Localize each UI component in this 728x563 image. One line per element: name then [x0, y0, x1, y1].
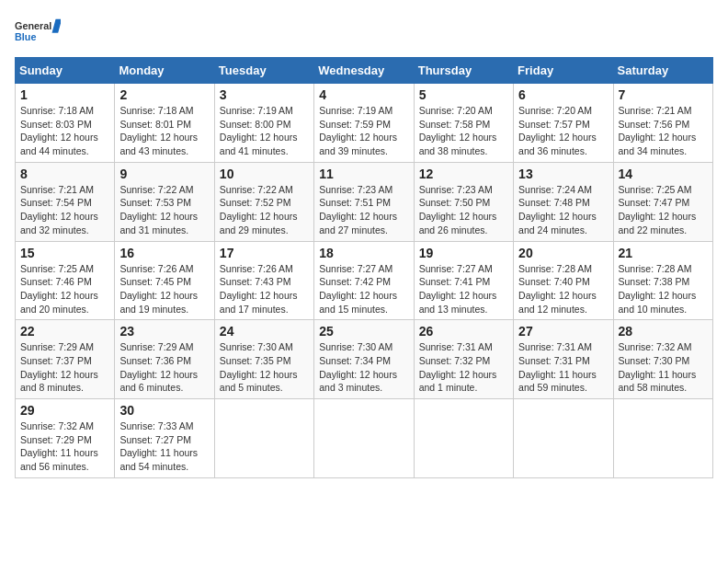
calendar-cell: 10 Sunrise: 7:22 AM Sunset: 7:52 PM Dayl… [214, 162, 313, 241]
day-number: 20 [518, 246, 608, 260]
weekday-header-row: SundayMondayTuesdayWednesdayThursdayFrid… [16, 58, 713, 84]
day-info: Sunrise: 7:26 AM Sunset: 7:45 PM Dayligh… [119, 262, 209, 316]
week-row-4: 22 Sunrise: 7:29 AM Sunset: 7:37 PM Dayl… [16, 320, 713, 399]
day-info: Sunrise: 7:27 AM Sunset: 7:42 PM Dayligh… [319, 262, 408, 316]
calendar-cell: 6 Sunrise: 7:20 AM Sunset: 7:57 PM Dayli… [514, 84, 613, 163]
weekday-header-saturday: Saturday [613, 58, 712, 84]
week-row-5: 29 Sunrise: 7:32 AM Sunset: 7:29 PM Dayl… [16, 399, 713, 478]
calendar-cell: 14 Sunrise: 7:25 AM Sunset: 7:47 PM Dayl… [613, 162, 712, 241]
logo-svg: General Blue [15, 15, 61, 48]
weekday-header-wednesday: Wednesday [314, 58, 414, 84]
day-info: Sunrise: 7:30 AM Sunset: 7:34 PM Dayligh… [319, 340, 408, 395]
day-info: Sunrise: 7:29 AM Sunset: 7:36 PM Dayligh… [119, 340, 209, 395]
day-info: Sunrise: 7:24 AM Sunset: 7:48 PM Dayligh… [518, 183, 608, 237]
day-info: Sunrise: 7:32 AM Sunset: 7:29 PM Dayligh… [20, 419, 109, 474]
calendar-cell: 3 Sunrise: 7:19 AM Sunset: 8:00 PM Dayli… [214, 84, 313, 163]
calendar-cell [314, 399, 414, 478]
day-info: Sunrise: 7:31 AM Sunset: 7:32 PM Dayligh… [419, 340, 508, 395]
day-number: 18 [319, 246, 408, 260]
day-number: 22 [20, 324, 109, 339]
day-number: 3 [220, 87, 309, 102]
day-number: 13 [518, 167, 608, 181]
calendar-cell: 9 Sunrise: 7:22 AM Sunset: 7:53 PM Dayli… [115, 162, 214, 241]
calendar-cell: 22 Sunrise: 7:29 AM Sunset: 7:37 PM Dayl… [16, 320, 115, 399]
calendar-cell [414, 399, 513, 478]
day-info: Sunrise: 7:25 AM Sunset: 7:47 PM Dayligh… [619, 183, 708, 237]
day-number: 23 [119, 324, 209, 339]
day-number: 11 [319, 167, 408, 181]
day-number: 19 [419, 246, 508, 260]
calendar-cell: 23 Sunrise: 7:29 AM Sunset: 7:36 PM Dayl… [115, 320, 214, 399]
day-info: Sunrise: 7:32 AM Sunset: 7:30 PM Dayligh… [619, 340, 708, 395]
svg-text:Blue: Blue [15, 31, 36, 42]
day-number: 15 [20, 246, 109, 260]
calendar-cell: 18 Sunrise: 7:27 AM Sunset: 7:42 PM Dayl… [314, 241, 414, 320]
calendar-cell: 15 Sunrise: 7:25 AM Sunset: 7:46 PM Dayl… [16, 241, 115, 320]
day-info: Sunrise: 7:23 AM Sunset: 7:51 PM Dayligh… [319, 183, 408, 237]
day-info: Sunrise: 7:29 AM Sunset: 7:37 PM Dayligh… [20, 340, 109, 395]
day-info: Sunrise: 7:18 AM Sunset: 8:01 PM Dayligh… [119, 104, 209, 158]
weekday-header-tuesday: Tuesday [214, 58, 313, 84]
day-number: 5 [419, 87, 508, 102]
day-info: Sunrise: 7:33 AM Sunset: 7:27 PM Dayligh… [119, 419, 209, 474]
svg-text:General: General [15, 20, 51, 31]
weekday-header-thursday: Thursday [414, 58, 513, 84]
calendar-cell: 21 Sunrise: 7:28 AM Sunset: 7:38 PM Dayl… [613, 241, 712, 320]
day-number: 27 [518, 324, 608, 339]
day-info: Sunrise: 7:19 AM Sunset: 7:59 PM Dayligh… [319, 104, 408, 158]
svg-marker-2 [52, 19, 61, 33]
day-info: Sunrise: 7:27 AM Sunset: 7:41 PM Dayligh… [419, 262, 508, 316]
day-info: Sunrise: 7:22 AM Sunset: 7:52 PM Dayligh… [220, 183, 309, 237]
calendar-cell: 7 Sunrise: 7:21 AM Sunset: 7:56 PM Dayli… [613, 84, 712, 163]
calendar-cell: 17 Sunrise: 7:26 AM Sunset: 7:43 PM Dayl… [214, 241, 313, 320]
day-number: 8 [20, 167, 109, 181]
calendar-cell: 28 Sunrise: 7:32 AM Sunset: 7:30 PM Dayl… [613, 320, 712, 399]
day-info: Sunrise: 7:21 AM Sunset: 7:54 PM Dayligh… [20, 183, 109, 237]
day-number: 2 [119, 87, 209, 102]
day-info: Sunrise: 7:23 AM Sunset: 7:50 PM Dayligh… [419, 183, 508, 237]
weekday-header-friday: Friday [514, 58, 613, 84]
day-info: Sunrise: 7:28 AM Sunset: 7:38 PM Dayligh… [619, 262, 708, 316]
calendar-cell: 20 Sunrise: 7:28 AM Sunset: 7:40 PM Dayl… [514, 241, 613, 320]
calendar-cell: 25 Sunrise: 7:30 AM Sunset: 7:34 PM Dayl… [314, 320, 414, 399]
calendar-cell [613, 399, 712, 478]
day-number: 6 [518, 87, 608, 102]
day-info: Sunrise: 7:18 AM Sunset: 8:03 PM Dayligh… [20, 104, 109, 158]
day-number: 21 [619, 246, 708, 260]
calendar-cell: 16 Sunrise: 7:26 AM Sunset: 7:45 PM Dayl… [115, 241, 214, 320]
week-row-3: 15 Sunrise: 7:25 AM Sunset: 7:46 PM Dayl… [16, 241, 713, 320]
day-number: 12 [419, 167, 508, 181]
day-info: Sunrise: 7:21 AM Sunset: 7:56 PM Dayligh… [619, 104, 708, 158]
calendar-table: SundayMondayTuesdayWednesdayThursdayFrid… [15, 57, 713, 478]
day-info: Sunrise: 7:26 AM Sunset: 7:43 PM Dayligh… [220, 262, 309, 316]
calendar-cell: 5 Sunrise: 7:20 AM Sunset: 7:58 PM Dayli… [414, 84, 513, 163]
day-number: 30 [119, 403, 209, 418]
calendar-cell: 24 Sunrise: 7:30 AM Sunset: 7:35 PM Dayl… [214, 320, 313, 399]
day-info: Sunrise: 7:31 AM Sunset: 7:31 PM Dayligh… [518, 340, 608, 395]
calendar-cell: 2 Sunrise: 7:18 AM Sunset: 8:01 PM Dayli… [115, 84, 214, 163]
calendar-cell: 12 Sunrise: 7:23 AM Sunset: 7:50 PM Dayl… [414, 162, 513, 241]
day-info: Sunrise: 7:28 AM Sunset: 7:40 PM Dayligh… [518, 262, 608, 316]
day-number: 1 [20, 87, 109, 102]
weekday-header-sunday: Sunday [16, 58, 115, 84]
calendar-cell: 8 Sunrise: 7:21 AM Sunset: 7:54 PM Dayli… [16, 162, 115, 241]
day-number: 28 [619, 324, 708, 339]
week-row-1: 1 Sunrise: 7:18 AM Sunset: 8:03 PM Dayli… [16, 84, 713, 163]
day-number: 29 [20, 403, 109, 418]
calendar-cell: 27 Sunrise: 7:31 AM Sunset: 7:31 PM Dayl… [514, 320, 613, 399]
calendar-cell: 30 Sunrise: 7:33 AM Sunset: 7:27 PM Dayl… [115, 399, 214, 478]
page-header: General Blue [15, 15, 713, 48]
day-info: Sunrise: 7:22 AM Sunset: 7:53 PM Dayligh… [119, 183, 209, 237]
calendar-cell: 4 Sunrise: 7:19 AM Sunset: 7:59 PM Dayli… [314, 84, 414, 163]
calendar-cell: 1 Sunrise: 7:18 AM Sunset: 8:03 PM Dayli… [16, 84, 115, 163]
day-info: Sunrise: 7:25 AM Sunset: 7:46 PM Dayligh… [20, 262, 109, 316]
day-number: 4 [319, 87, 408, 102]
day-number: 10 [220, 167, 309, 181]
day-info: Sunrise: 7:30 AM Sunset: 7:35 PM Dayligh… [220, 340, 309, 395]
day-number: 9 [119, 167, 209, 181]
day-number: 25 [319, 324, 408, 339]
day-info: Sunrise: 7:19 AM Sunset: 8:00 PM Dayligh… [220, 104, 309, 158]
day-info: Sunrise: 7:20 AM Sunset: 7:57 PM Dayligh… [518, 104, 608, 158]
calendar-cell: 29 Sunrise: 7:32 AM Sunset: 7:29 PM Dayl… [16, 399, 115, 478]
day-number: 16 [119, 246, 209, 260]
